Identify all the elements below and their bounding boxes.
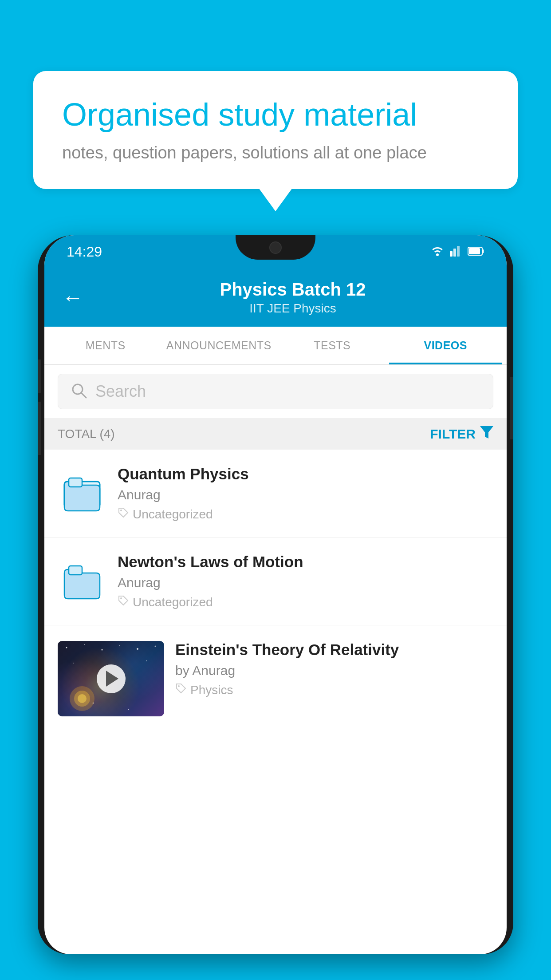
battery-icon	[468, 245, 484, 259]
phone-wrapper: 14:29	[38, 235, 513, 980]
status-icons	[430, 244, 484, 260]
app-subtitle: IIT JEE Physics	[97, 301, 489, 316]
video-info-2: Newton's Laws of Motion Anurag Uncategor…	[118, 553, 493, 609]
tag-icon-3	[175, 683, 187, 697]
speech-bubble: Organised study material notes, question…	[33, 71, 518, 189]
status-time: 14:29	[67, 244, 102, 260]
search-container: Search	[44, 365, 507, 418]
video-tag-3: Physics	[175, 683, 493, 697]
phone-screen: 14:29	[44, 235, 507, 954]
play-triangle-icon	[106, 671, 118, 687]
video-tag-1: Uncategorized	[118, 507, 493, 522]
wifi-icon	[430, 245, 445, 259]
svg-rect-9	[69, 478, 82, 487]
svg-point-18	[155, 646, 156, 647]
phone-device: 14:29	[38, 235, 513, 954]
svg-rect-5	[483, 249, 484, 253]
volume-buttons	[38, 360, 41, 455]
status-bar: 14:29	[44, 235, 507, 269]
video-title-1: Quantum Physics	[118, 465, 493, 483]
svg-point-26	[178, 685, 180, 687]
title-center: Physics Batch 12 IIT JEE Physics	[97, 280, 489, 316]
video-tag-2: Uncategorized	[118, 595, 493, 609]
speech-bubble-wrapper: Organised study material notes, question…	[33, 71, 518, 189]
svg-rect-0	[450, 251, 453, 257]
total-count: TOTAL (4)	[58, 427, 115, 441]
back-button[interactable]: ←	[62, 285, 83, 310]
svg-point-19	[73, 663, 74, 664]
svg-point-20	[146, 660, 147, 661]
signal-icon	[450, 244, 462, 260]
volume-down-button	[38, 402, 41, 455]
bubble-subtitle: notes, question papers, solutions all at…	[62, 143, 489, 162]
app-title-bar: ← Physics Batch 12 IIT JEE Physics	[44, 269, 507, 327]
app-title: Physics Batch 12	[97, 280, 489, 300]
search-bar[interactable]: Search	[58, 374, 493, 409]
tab-videos[interactable]: VIDEOS	[389, 327, 503, 364]
tab-ments[interactable]: MENTS	[49, 327, 162, 364]
tab-announcements[interactable]: ANNOUNCEMENTS	[162, 327, 276, 364]
svg-point-13	[66, 647, 67, 648]
svg-point-15	[102, 649, 103, 651]
svg-point-16	[119, 645, 120, 646]
svg-line-7	[81, 393, 86, 398]
svg-point-22	[128, 709, 129, 710]
notch	[236, 235, 315, 260]
search-icon	[71, 382, 87, 401]
power-button	[510, 377, 513, 439]
folder-icon-2	[58, 555, 106, 604]
video-info-1: Quantum Physics Anurag Uncategorized	[118, 465, 493, 522]
volume-up-button	[38, 360, 41, 393]
svg-rect-2	[457, 246, 460, 257]
video-author-3: by Anurag	[175, 663, 493, 678]
svg-point-17	[137, 648, 138, 650]
svg-point-14	[84, 644, 85, 645]
video-info-3: Einstein's Theory Of Relativity by Anura…	[175, 641, 493, 697]
filter-bar: TOTAL (4) FILTER	[44, 418, 507, 450]
filter-button[interactable]: FILTER	[430, 426, 493, 442]
list-item[interactable]: Quantum Physics Anurag Uncategorized	[44, 450, 507, 537]
svg-rect-11	[69, 566, 82, 575]
play-button[interactable]	[97, 664, 126, 693]
svg-rect-4	[469, 248, 480, 254]
tabs-bar: MENTS ANNOUNCEMENTS TESTS VIDEOS	[44, 327, 507, 365]
video-title-2: Newton's Laws of Motion	[118, 553, 493, 571]
tag-icon-2	[118, 595, 129, 609]
video-title-3: Einstein's Theory Of Relativity	[175, 641, 493, 659]
folder-icon-1	[58, 467, 106, 516]
tag-icon-1	[118, 507, 129, 522]
list-item[interactable]: Einstein's Theory Of Relativity by Anura…	[44, 625, 507, 732]
front-camera	[269, 241, 282, 254]
tab-tests[interactable]: TESTS	[276, 327, 389, 364]
svg-point-10	[120, 510, 122, 511]
svg-point-12	[120, 597, 122, 599]
svg-rect-1	[453, 249, 456, 257]
video-author-2: Anurag	[118, 575, 493, 590]
bubble-title: Organised study material	[62, 95, 489, 134]
filter-label: FILTER	[430, 427, 476, 442]
svg-point-25	[78, 694, 87, 703]
filter-icon	[480, 426, 493, 442]
video-list: Quantum Physics Anurag Uncategorized	[44, 450, 507, 732]
video-thumbnail-3	[58, 641, 164, 716]
list-item[interactable]: Newton's Laws of Motion Anurag Uncategor…	[44, 537, 507, 625]
search-placeholder: Search	[95, 382, 146, 401]
video-author-1: Anurag	[118, 487, 493, 502]
